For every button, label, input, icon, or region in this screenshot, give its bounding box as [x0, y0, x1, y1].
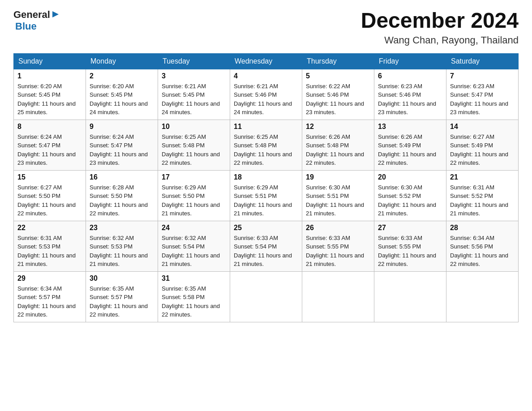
table-row: 27 Sunrise: 6:33 AM Sunset: 5:55 PM Dayl… [374, 221, 446, 271]
day-info: Sunrise: 6:33 AM Sunset: 5:55 PM Dayligh… [378, 234, 442, 269]
day-number: 12 [306, 123, 370, 131]
day-info: Sunrise: 6:24 AM Sunset: 5:47 PM Dayligh… [90, 133, 154, 167]
day-info: Sunrise: 6:28 AM Sunset: 5:50 PM Dayligh… [90, 183, 154, 218]
day-info: Sunrise: 6:21 AM Sunset: 5:45 PM Dayligh… [162, 82, 226, 117]
col-wednesday: Wednesday [230, 53, 302, 69]
table-row: 22 Sunrise: 6:31 AM Sunset: 5:53 PM Dayl… [14, 221, 86, 271]
day-info: Sunrise: 6:31 AM Sunset: 5:53 PM Dayligh… [17, 234, 82, 269]
calendar-table: Sunday Monday Tuesday Wednesday Thursday… [13, 53, 519, 322]
calendar-body: 1 Sunrise: 6:20 AM Sunset: 5:45 PM Dayli… [14, 69, 519, 322]
day-info: Sunrise: 6:25 AM Sunset: 5:48 PM Dayligh… [234, 133, 298, 167]
day-number: 4 [234, 72, 298, 80]
day-info: Sunrise: 6:26 AM Sunset: 5:49 PM Dayligh… [378, 133, 442, 167]
day-number: 21 [450, 173, 515, 181]
day-info: Sunrise: 6:30 AM Sunset: 5:51 PM Dayligh… [306, 183, 370, 218]
table-row: 26 Sunrise: 6:33 AM Sunset: 5:55 PM Dayl… [302, 221, 374, 271]
day-info: Sunrise: 6:24 AM Sunset: 5:47 PM Dayligh… [17, 133, 82, 167]
day-info: Sunrise: 6:27 AM Sunset: 5:49 PM Dayligh… [450, 133, 515, 167]
table-row [302, 271, 374, 322]
day-number: 19 [306, 173, 370, 181]
table-row: 14 Sunrise: 6:27 AM Sunset: 5:49 PM Dayl… [446, 120, 519, 170]
day-number: 23 [90, 224, 154, 232]
day-number: 1 [17, 72, 82, 80]
day-info: Sunrise: 6:33 AM Sunset: 5:54 PM Dayligh… [234, 234, 298, 269]
day-number: 5 [306, 72, 370, 80]
day-number: 29 [17, 274, 82, 283]
calendar-week-4: 22 Sunrise: 6:31 AM Sunset: 5:53 PM Dayl… [14, 221, 519, 271]
table-row [374, 271, 446, 322]
day-info: Sunrise: 6:32 AM Sunset: 5:53 PM Dayligh… [90, 234, 154, 269]
day-number: 25 [234, 224, 298, 232]
table-row: 24 Sunrise: 6:32 AM Sunset: 5:54 PM Dayl… [158, 221, 230, 271]
calendar-week-5: 29 Sunrise: 6:34 AM Sunset: 5:57 PM Dayl… [14, 271, 519, 322]
calendar-week-3: 15 Sunrise: 6:27 AM Sunset: 5:50 PM Dayl… [14, 170, 519, 221]
day-number: 18 [234, 173, 298, 181]
day-info: Sunrise: 6:22 AM Sunset: 5:46 PM Dayligh… [306, 82, 370, 117]
day-info: Sunrise: 6:34 AM Sunset: 5:56 PM Dayligh… [450, 234, 515, 269]
day-number: 20 [378, 173, 442, 181]
day-info: Sunrise: 6:20 AM Sunset: 5:45 PM Dayligh… [17, 82, 82, 117]
day-info: Sunrise: 6:31 AM Sunset: 5:52 PM Dayligh… [450, 183, 515, 218]
day-info: Sunrise: 6:23 AM Sunset: 5:46 PM Dayligh… [378, 82, 442, 117]
day-info: Sunrise: 6:29 AM Sunset: 5:50 PM Dayligh… [162, 183, 226, 218]
day-number: 30 [90, 274, 154, 283]
day-number: 10 [162, 123, 226, 131]
table-row: 17 Sunrise: 6:29 AM Sunset: 5:50 PM Dayl… [158, 170, 230, 221]
table-row [230, 271, 302, 322]
calendar-week-2: 8 Sunrise: 6:24 AM Sunset: 5:47 PM Dayli… [14, 120, 519, 170]
table-row [446, 271, 519, 322]
page-header: General Blue December 2024 Wang Chan, Ra… [13, 9, 519, 46]
day-info: Sunrise: 6:23 AM Sunset: 5:47 PM Dayligh… [450, 82, 515, 117]
day-number: 24 [162, 224, 226, 232]
table-row: 29 Sunrise: 6:34 AM Sunset: 5:57 PM Dayl… [14, 271, 86, 322]
table-row: 4 Sunrise: 6:21 AM Sunset: 5:46 PM Dayli… [230, 69, 302, 120]
day-info: Sunrise: 6:20 AM Sunset: 5:45 PM Dayligh… [90, 82, 154, 117]
day-info: Sunrise: 6:26 AM Sunset: 5:48 PM Dayligh… [306, 133, 370, 167]
svg-marker-0 [52, 11, 59, 17]
table-row: 28 Sunrise: 6:34 AM Sunset: 5:56 PM Dayl… [446, 221, 519, 271]
table-row: 20 Sunrise: 6:30 AM Sunset: 5:52 PM Dayl… [374, 170, 446, 221]
day-number: 3 [162, 72, 226, 80]
day-number: 31 [162, 274, 226, 283]
day-info: Sunrise: 6:27 AM Sunset: 5:50 PM Dayligh… [17, 183, 82, 218]
day-number: 2 [90, 72, 154, 80]
col-friday: Friday [374, 53, 446, 69]
calendar-week-1: 1 Sunrise: 6:20 AM Sunset: 5:45 PM Dayli… [14, 69, 519, 120]
table-row: 21 Sunrise: 6:31 AM Sunset: 5:52 PM Dayl… [446, 170, 519, 221]
day-number: 16 [90, 173, 154, 181]
day-number: 8 [17, 123, 82, 131]
table-row: 10 Sunrise: 6:25 AM Sunset: 5:48 PM Dayl… [158, 120, 230, 170]
day-number: 14 [450, 123, 515, 131]
day-info: Sunrise: 6:34 AM Sunset: 5:57 PM Dayligh… [17, 284, 82, 319]
day-number: 6 [378, 72, 442, 80]
col-monday: Monday [86, 53, 158, 69]
day-number: 27 [378, 224, 442, 232]
table-row: 5 Sunrise: 6:22 AM Sunset: 5:46 PM Dayli… [302, 69, 374, 120]
col-saturday: Saturday [446, 53, 519, 69]
table-row: 25 Sunrise: 6:33 AM Sunset: 5:54 PM Dayl… [230, 221, 302, 271]
table-row: 1 Sunrise: 6:20 AM Sunset: 5:45 PM Dayli… [14, 69, 86, 120]
day-number: 13 [378, 123, 442, 131]
calendar-header-row: Sunday Monday Tuesday Wednesday Thursday… [14, 53, 519, 69]
month-title: December 2024 [361, 9, 519, 33]
table-row: 8 Sunrise: 6:24 AM Sunset: 5:47 PM Dayli… [14, 120, 86, 170]
table-row: 3 Sunrise: 6:21 AM Sunset: 5:45 PM Dayli… [158, 69, 230, 120]
day-number: 26 [306, 224, 370, 232]
day-number: 17 [162, 173, 226, 181]
day-number: 22 [17, 224, 82, 232]
day-info: Sunrise: 6:33 AM Sunset: 5:55 PM Dayligh… [306, 234, 370, 269]
col-sunday: Sunday [14, 53, 86, 69]
day-number: 11 [234, 123, 298, 131]
logo-arrow-icon [51, 10, 60, 18]
logo-general-text: General [13, 9, 50, 21]
day-info: Sunrise: 6:30 AM Sunset: 5:52 PM Dayligh… [378, 183, 442, 218]
day-info: Sunrise: 6:29 AM Sunset: 5:51 PM Dayligh… [234, 183, 298, 218]
location-subtitle: Wang Chan, Rayong, Thailand [361, 34, 519, 46]
logo-blue-text: Blue [15, 21, 37, 32]
table-row: 6 Sunrise: 6:23 AM Sunset: 5:46 PM Dayli… [374, 69, 446, 120]
day-number: 28 [450, 224, 515, 232]
calendar-title-area: December 2024 Wang Chan, Rayong, Thailan… [361, 9, 519, 46]
logo: General Blue [13, 9, 60, 32]
day-info: Sunrise: 6:25 AM Sunset: 5:48 PM Dayligh… [162, 133, 226, 167]
table-row: 18 Sunrise: 6:29 AM Sunset: 5:51 PM Dayl… [230, 170, 302, 221]
